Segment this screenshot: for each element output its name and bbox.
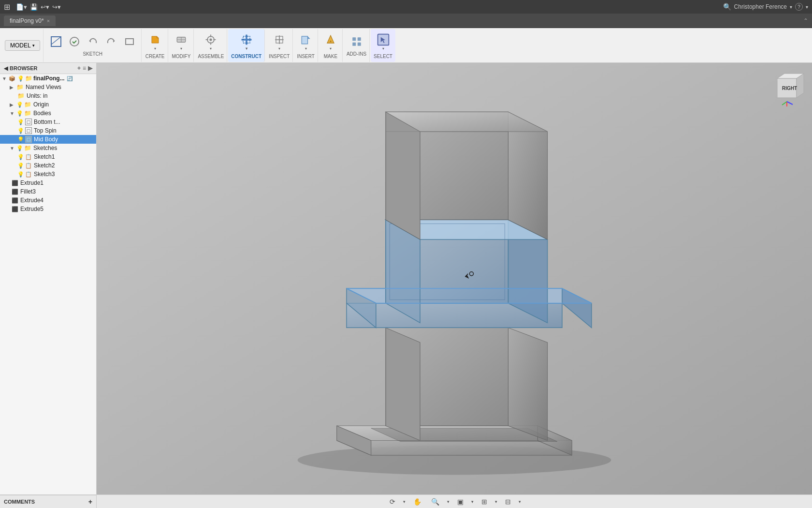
- inspect-btn[interactable]: ▾: [271, 32, 288, 52]
- sketch-redo-btn[interactable]: [102, 34, 120, 49]
- insert-dropdown-arrow: ▾: [305, 46, 307, 51]
- zoom-dropdown[interactable]: ▾: [447, 499, 450, 504]
- tree-extrude1[interactable]: ⬛ Extrude1: [0, 179, 96, 187]
- orbit-dropdown[interactable]: ▾: [403, 499, 406, 504]
- tree-units[interactable]: 📁 Units: in: [0, 91, 96, 100]
- main-area: ◀ BROWSER + ≡ ▶ ▼ 📦 💡 📁 finalPong... 🔄 ▶…: [0, 63, 812, 494]
- insert-btn[interactable]: ▾: [297, 32, 315, 52]
- toolbar-group-addins: ADD-INS: [344, 29, 370, 62]
- svg-rect-26: [357, 43, 361, 46]
- create-icon: [148, 33, 162, 46]
- browser-back-icon[interactable]: ◀: [4, 65, 8, 72]
- tree-sketch1[interactable]: 💡 📋 Sketch1: [0, 152, 96, 161]
- sidebar-header: ◀ BROWSER + ≡ ▶: [0, 63, 96, 74]
- sketch2-icon: 📋: [25, 163, 32, 169]
- svg-point-22: [330, 40, 332, 42]
- layout-dropdown[interactable]: ▾: [519, 499, 521, 504]
- tree-body-midbody[interactable]: 💡 □ Mid Body: [0, 135, 96, 144]
- display-mode-dropdown[interactable]: ▾: [471, 499, 474, 504]
- comments-add-icon[interactable]: +: [88, 498, 92, 506]
- sketch-redo-icon: [104, 35, 118, 48]
- pan-btn[interactable]: ✋: [411, 497, 423, 507]
- zoom-btn[interactable]: 🔍: [429, 497, 441, 507]
- help-dropdown[interactable]: ▾: [806, 4, 808, 10]
- modify-icon: [174, 33, 188, 46]
- user-dropdown-icon: ▾: [790, 4, 792, 10]
- sketch-finish-btn[interactable]: [66, 34, 83, 49]
- sidebar-menu-icon[interactable]: ≡: [83, 65, 86, 72]
- tree-extrude5[interactable]: ⬛ Extrude5: [0, 205, 96, 213]
- tree-sketch3[interactable]: 💡 📋 Sketch3: [0, 170, 96, 179]
- view-cube[interactable]: RIGHT: [768, 69, 806, 107]
- make-dropdown-arrow: ▾: [330, 46, 332, 51]
- tree-sketch2[interactable]: 💡 📋 Sketch2: [0, 161, 96, 170]
- model-button[interactable]: MODEL ▾: [5, 40, 40, 51]
- svg-text:RIGHT: RIGHT: [782, 86, 797, 91]
- construct-btn[interactable]: ▾: [238, 32, 255, 52]
- search-icon[interactable]: 🔍: [723, 3, 731, 11]
- select-btn[interactable]: ▾: [375, 32, 392, 52]
- make-label: MAKE: [324, 54, 337, 59]
- user-name[interactable]: Christopher Ference: [734, 3, 787, 10]
- tab-close-icon[interactable]: ×: [47, 18, 50, 24]
- tree-fillet3[interactable]: ⬛ Fillet3: [0, 187, 96, 196]
- file-icon[interactable]: 📄▾: [16, 3, 27, 11]
- tree-root[interactable]: ▼ 📦 💡 📁 finalPong... 🔄: [0, 74, 96, 83]
- tree-origin[interactable]: ▶ 💡 📁 Origin: [0, 100, 96, 109]
- sketch-btn[interactable]: [47, 34, 65, 49]
- svg-rect-24: [357, 37, 361, 41]
- grid-dropdown[interactable]: ▾: [495, 499, 497, 504]
- insert-label: INSERT: [297, 54, 315, 59]
- redo-icon[interactable]: ↪▾: [52, 3, 61, 11]
- sketch2-bulb: 💡: [17, 163, 24, 169]
- save-icon[interactable]: 💾: [30, 3, 38, 11]
- status-bar: COMMENTS + ⟳ ▾ ✋ 🔍 ▾ ▣ ▾ ⊞ ▾ ⊟ ▾: [0, 494, 812, 508]
- topspin-bulb: 💡: [17, 128, 24, 134]
- sidebar: ◀ BROWSER + ≡ ▶ ▼ 📦 💡 📁 finalPong... 🔄 ▶…: [0, 63, 97, 494]
- modify-btn[interactable]: ▾: [173, 32, 190, 52]
- sketch2-label: Sketch2: [34, 162, 55, 169]
- sketch-label: SKETCH: [83, 51, 102, 57]
- svg-marker-20: [307, 36, 310, 39]
- grid-btn[interactable]: ⊞: [479, 497, 489, 507]
- toolbar-group-assemble: ▾ ASSEMBLE: [195, 29, 227, 62]
- sketch-rect-btn[interactable]: [121, 34, 138, 49]
- assemble-btn[interactable]: ▾: [202, 32, 219, 52]
- create-btn[interactable]: ▾: [146, 32, 164, 52]
- named-views-folder-icon: 📁: [16, 84, 24, 90]
- display-mode-btn[interactable]: ▣: [455, 497, 465, 507]
- tree-sketches[interactable]: ▼ 💡 📁 Sketches: [0, 144, 96, 152]
- addins-btn[interactable]: [348, 34, 365, 49]
- model-dropdown-icon: ▾: [32, 43, 35, 48]
- extrude4-op-icon: ⬛: [12, 197, 18, 204]
- sidebar-arrow-icon[interactable]: ▶: [88, 65, 92, 72]
- sketch-undo-btn[interactable]: [84, 34, 102, 49]
- root-refresh-icon[interactable]: 🔄: [67, 76, 72, 81]
- sketch1-icon: 📋: [25, 154, 32, 160]
- app-grid-icon[interactable]: ⊞: [4, 2, 10, 12]
- sketches-label: Sketches: [33, 145, 57, 151]
- viewport[interactable]: RIGHT: [97, 63, 812, 494]
- svg-rect-25: [352, 43, 356, 46]
- svg-marker-4: [113, 41, 115, 43]
- toolbar-group-inspect: ▾ INSPECT: [266, 29, 293, 62]
- sidebar-expand-icon[interactable]: +: [77, 65, 81, 72]
- make-btn[interactable]: ▾: [322, 32, 339, 52]
- help-icon[interactable]: ?: [795, 3, 803, 11]
- tree-bodies[interactable]: ▼ 💡 📁 Bodies: [0, 109, 96, 118]
- document-tab[interactable]: finalPong v0* ×: [4, 15, 56, 26]
- tree-body-topspin[interactable]: 💡 □ Top Spin: [0, 126, 96, 135]
- collapse-icon[interactable]: ⌃: [803, 17, 808, 24]
- undo-icon[interactable]: ↩▾: [41, 3, 49, 11]
- sketch1-bulb: 💡: [17, 154, 24, 160]
- tree-named-views[interactable]: ▶ 📁 Named Views: [0, 83, 96, 91]
- toolbar-group-create: ▾ CREATE: [143, 29, 168, 62]
- tree-extrude4[interactable]: ⬛ Extrude4: [0, 196, 96, 205]
- sketch3-bulb: 💡: [17, 171, 24, 178]
- bodies-bulb: 💡: [16, 110, 23, 117]
- comments-bar[interactable]: COMMENTS +: [0, 495, 97, 508]
- construct-dropdown-arrow: ▾: [246, 46, 247, 51]
- orbit-btn[interactable]: ⟳: [388, 497, 397, 507]
- layout-btn[interactable]: ⊟: [503, 497, 513, 507]
- tree-body-bottom[interactable]: 💡 □ Bottom t...: [0, 118, 96, 126]
